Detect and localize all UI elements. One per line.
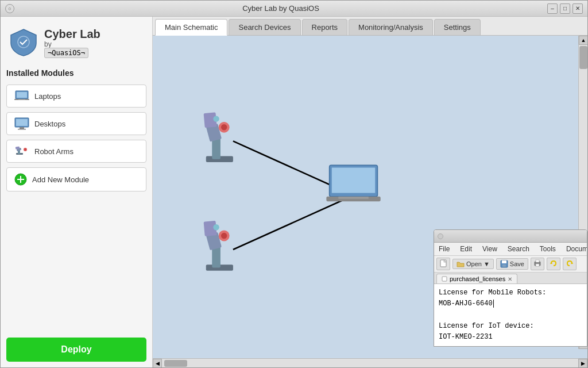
editor-line-4: License for IoT device:: [439, 321, 582, 332]
robot-arm-icon: [14, 145, 30, 158]
editor-line-5: IOT-KMEO-2231: [439, 332, 582, 343]
menu-file[interactable]: File: [436, 244, 452, 254]
editor-tab-bar: purchased_licenses ✕: [434, 273, 587, 284]
logo-brand: ¬QuasiOS¬: [44, 48, 100, 57]
svg-point-32: [221, 233, 227, 239]
svg-line-19: [233, 195, 354, 250]
editor-redo-btn[interactable]: [563, 258, 577, 270]
add-module-button[interactable]: Add New Module: [6, 167, 146, 191]
module-desktops-button[interactable]: Desktops: [6, 112, 146, 135]
close-button[interactable]: ✕: [572, 3, 583, 14]
add-module-label: Add New Module: [32, 175, 89, 184]
main-window: ○ Cyber Lab by QuasiOS – □ ✕ Cyber Lab: [0, 0, 588, 368]
redo-icon: [566, 259, 574, 267]
scroll-up-arrow[interactable]: ▲: [579, 36, 587, 45]
editor-new-btn[interactable]: [436, 258, 450, 270]
menu-tools[interactable]: Tools: [537, 244, 558, 254]
svg-rect-40: [502, 260, 506, 263]
minimize-button[interactable]: –: [547, 3, 558, 14]
window-title: Cyber Lab by QuasiOS: [242, 4, 319, 13]
maximize-button[interactable]: □: [560, 3, 570, 14]
editor-tab-close[interactable]: ✕: [508, 276, 512, 282]
new-file-icon: [439, 259, 447, 267]
svg-rect-2: [17, 92, 27, 98]
editor-menu-bar: File Edit View Search Tools Docum...: [434, 243, 587, 256]
svg-point-14: [25, 149, 26, 151]
logo-shield-icon: [9, 27, 38, 57]
file-tab-icon: [442, 276, 447, 282]
scroll-right-arrow[interactable]: ▶: [578, 359, 587, 368]
tab-monitoring[interactable]: Monitoring/Analysis: [349, 19, 433, 35]
deploy-button[interactable]: Deploy: [6, 338, 146, 362]
right-panel: Main Schematic Search Devices Reports Mo…: [153, 17, 587, 367]
svg-rect-7: [20, 127, 24, 129]
scroll-horizontal-thumb[interactable]: [164, 360, 187, 367]
editor-tab-label: purchased_licenses: [450, 275, 505, 282]
svg-point-33: [213, 224, 219, 230]
print-icon: [533, 259, 541, 267]
editor-dot: [438, 233, 443, 239]
laptop-icon: [14, 90, 30, 102]
editor-print-btn[interactable]: [531, 258, 544, 270]
menu-view[interactable]: View: [480, 244, 500, 254]
editor-undo-btn[interactable]: [547, 258, 560, 270]
logo-area: Cyber Lab by ¬QuasiOS¬: [6, 22, 146, 62]
module-robot-arms-button[interactable]: Robot Arms: [6, 140, 146, 163]
schematic-area: ▲ ▼ File Edit View Search: [153, 36, 587, 358]
desktop-icon: [14, 117, 30, 130]
save-label: Save: [510, 260, 524, 267]
menu-document[interactable]: Docum...: [564, 244, 587, 254]
plus-icon: [14, 172, 28, 186]
menu-search[interactable]: Search: [505, 244, 532, 254]
svg-rect-43: [536, 260, 539, 262]
svg-point-26: [213, 116, 219, 121]
robot-arm-2-node: [204, 221, 233, 271]
tab-settings[interactable]: Settings: [434, 19, 481, 35]
editor-open-btn[interactable]: Open ▼: [452, 259, 494, 269]
tab-main-schematic[interactable]: Main Schematic: [155, 19, 227, 36]
editor-tab-licenses[interactable]: purchased_licenses ✕: [436, 274, 517, 283]
logo-cyber: Cyber: [44, 28, 80, 40]
menu-edit[interactable]: Edit: [458, 244, 474, 254]
editor-content[interactable]: License for Mobile Robots: MOB-AHJG-6640…: [434, 284, 587, 346]
logo-lab: Lab: [80, 28, 100, 40]
svg-rect-47: [442, 277, 447, 281]
title-bar-left: ○: [5, 4, 14, 13]
open-dropdown-arrow: ▼: [483, 260, 490, 267]
editor-line-3: [439, 309, 582, 320]
module-laptops-button[interactable]: Laptops: [6, 85, 146, 108]
save-icon: [500, 260, 508, 268]
laptops-label: Laptops: [34, 92, 61, 101]
scroll-thumb[interactable]: [579, 46, 587, 69]
svg-rect-37: [338, 197, 368, 199]
horizontal-scrollbar[interactable]: ◀ ▶: [153, 358, 587, 367]
installed-modules-label: Installed Modules: [6, 66, 146, 80]
logo-by: by: [44, 40, 100, 48]
scroll-left-arrow[interactable]: ◀: [153, 359, 162, 368]
editor-toolbar: Open ▼ Save: [434, 256, 587, 273]
svg-rect-28: [212, 247, 220, 268]
svg-rect-21: [212, 138, 220, 159]
editor-titlebar: [434, 230, 587, 243]
svg-rect-6: [16, 119, 28, 126]
undo-icon: [550, 259, 558, 267]
laptop-node: [326, 165, 380, 201]
svg-rect-8: [18, 129, 26, 130]
window-dot-btn[interactable]: ○: [5, 4, 14, 13]
tab-reports[interactable]: Reports: [302, 19, 348, 35]
logo-title: Cyber Lab: [44, 28, 100, 40]
svg-point-25: [221, 124, 227, 130]
main-content: Cyber Lab by ¬QuasiOS¬ Installed Modules: [1, 17, 587, 367]
tab-search-devices[interactable]: Search Devices: [229, 19, 300, 35]
text-editor-window: File Edit View Search Tools Docum...: [434, 229, 587, 347]
editor-line-2: MOB-AHJG-6640: [439, 298, 582, 309]
folder-icon: [457, 260, 465, 267]
robot-arm-1-node: [204, 112, 233, 162]
tab-bar: Main Schematic Search Devices Reports Mo…: [153, 17, 587, 36]
svg-rect-44: [536, 264, 539, 266]
logo-text-area: Cyber Lab by ¬QuasiOS¬: [44, 28, 100, 57]
svg-rect-17: [17, 179, 24, 180]
title-bar: ○ Cyber Lab by QuasiOS – □ ✕: [1, 1, 587, 17]
svg-rect-35: [332, 168, 375, 193]
editor-save-btn[interactable]: Save: [496, 258, 528, 270]
